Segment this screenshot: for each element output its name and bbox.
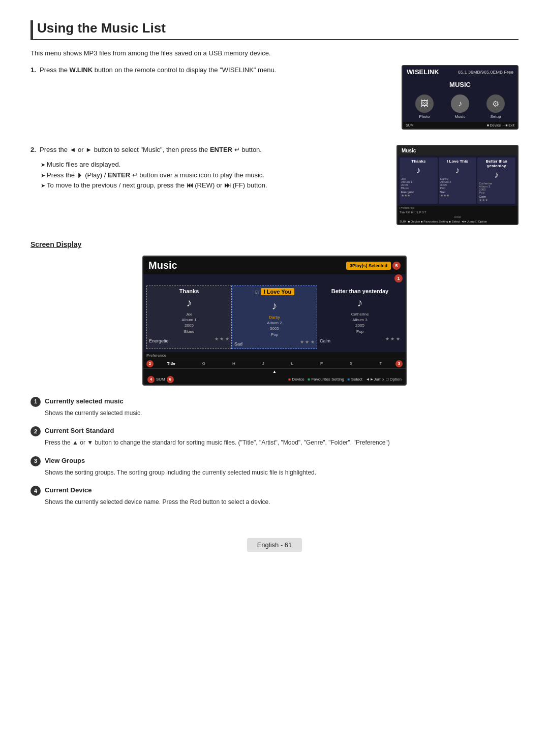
- md-col2-title: I Love You: [261, 288, 295, 295]
- md-alpha-p: P: [320, 361, 323, 366]
- ann-title-3: View Groups: [45, 455, 518, 466]
- wiselink-screenshot: WISELINK 65.1 36MB/965.0EMB Free MUSIC 🖼…: [402, 65, 518, 130]
- md-col2-note: ♪: [234, 299, 315, 312]
- md-play-selected-area: 3Play(s) Selected 5: [346, 262, 401, 270]
- col3-artist: CatherineAlbum 32005Pop: [479, 182, 514, 194]
- col3-title: Better than yesterday: [479, 159, 514, 168]
- md-col2-mood: Sad: [234, 341, 242, 346]
- music-display: Music 3Play(s) Selected 5 1 Thanks ♪ Jee…: [142, 256, 407, 386]
- step1-text: 1. Press the W.LINK button on the remote…: [30, 65, 386, 76]
- md-col3-title: Better than yesterday: [320, 288, 400, 294]
- ann-num-2: 2: [30, 426, 41, 436]
- ann-num-4: 4: [30, 486, 41, 496]
- md-col-thanks: Thanks ♪ Jee Album 1 2005 Blues Energeti…: [146, 286, 232, 349]
- ann-item-1: 1 Currently selected music Shows the cur…: [30, 396, 518, 418]
- md-col-better: Better than yesterday ♪ Catherine Album …: [317, 286, 403, 349]
- md-col2-stars: ★ ★ ★: [300, 339, 315, 346]
- artist-label-small: Artist: [398, 215, 517, 219]
- ann-desc-3: Shows the sorting groups. The sorting gr…: [45, 467, 518, 478]
- music-display-container: Music 3Play(s) Selected 5 1 Thanks ♪ Jee…: [30, 256, 518, 386]
- ann-content-2: Current Sort Standard Press the ▲ or ▼ b…: [45, 425, 518, 448]
- music-icon: ♪: [451, 94, 469, 113]
- md-badge4: 4: [147, 376, 155, 383]
- col3-stars: ★★★: [479, 198, 514, 202]
- ann-desc-4: Shows the currently selected device name…: [45, 497, 518, 507]
- ann-content-3: View Groups Shows the sorting groups. Th…: [45, 455, 518, 478]
- md-col1-bottom: Energetic ★ ★ ★: [149, 336, 229, 343]
- step2-text: 2. Press the ◄ or ► button to select "Mu…: [30, 145, 381, 191]
- md-alpha-t: T: [380, 361, 382, 366]
- wiselink-icons-row: 🖼 Photo ♪ Music ⚙ Setup: [403, 89, 517, 122]
- md-arrow-up: ▲: [143, 369, 406, 374]
- md-title: Music: [148, 260, 177, 271]
- wiselink-footer-left: SUM: [406, 123, 414, 127]
- md-col2-checkbox: ☑: [255, 290, 259, 295]
- ann-title-1: Currently selected music: [45, 396, 518, 407]
- setup-label: Setup: [491, 114, 501, 119]
- md-badge6: 6: [167, 376, 174, 383]
- md-alpha-items: Title G H J L P S T: [155, 361, 394, 366]
- md-col2-header-row: ☑ I Love You: [234, 288, 315, 297]
- wiselink-footer-right: ■ Device →■ Exit: [487, 123, 514, 127]
- md-badge1: 1: [394, 274, 403, 282]
- md-alpha-l: L: [291, 361, 293, 366]
- md-badge3: 3: [395, 360, 403, 367]
- md-col2-bottom: Sad ★ ★ ★: [234, 339, 315, 346]
- music-label: Music: [455, 114, 466, 119]
- col1-note: ♪: [401, 165, 436, 176]
- col2-artist: DarbyAlbum 23005Pop: [440, 177, 475, 190]
- md-header: Music 3Play(s) Selected 5: [143, 257, 406, 274]
- md-col1-artist: Jee: [149, 311, 229, 317]
- md-alpha-j: J: [262, 361, 264, 366]
- wiselink-icon-photo: 🖼 Photo: [415, 94, 434, 119]
- wiselink-icon-music: ♪ Music: [451, 94, 469, 119]
- md-col1-title: Thanks: [149, 288, 229, 294]
- ann-content-1: Currently selected music Shows the curre…: [45, 396, 518, 418]
- wiselink-icon-setup: ⚙ Setup: [486, 94, 505, 119]
- md-col2-artist: Darby: [234, 314, 315, 320]
- music-col-2: I Love This ♪ DarbyAlbum 23005Pop Sad ★★…: [439, 158, 477, 204]
- ann-num-1: 1: [30, 397, 41, 407]
- md-col1-stars: ★ ★ ★: [215, 336, 229, 343]
- md-alpha-s: S: [350, 361, 352, 366]
- page-footer: English - 61: [247, 538, 302, 552]
- ann-item-3: 3 View Groups Shows the sorting groups. …: [30, 455, 518, 478]
- screen-display-section: Screen Display Music 3Play(s) Selected 5…: [30, 240, 518, 386]
- md-col2-year: 3005: [234, 326, 315, 331]
- ann-num-3: 3: [30, 456, 41, 466]
- intro-text: This menu shows MP3 files from among the…: [30, 49, 518, 57]
- md-footer-controls: ■ Device ■ Favourites Setting ■ Select ◄…: [288, 377, 402, 382]
- md-badge2: 2: [146, 360, 154, 367]
- preference-label-small: Preference: [398, 206, 517, 210]
- footer-area: English - 61: [30, 523, 518, 552]
- md-col-iloveyou: ☑ I Love You ♪ Darby Album 2 3005 Pop Sa…: [232, 286, 317, 349]
- md-alphabet-row: 2 Title G H J L P S T 3: [143, 359, 406, 369]
- col2-stars: ★★★: [440, 194, 475, 198]
- col1-artist: JeeAlbum 12005Blues: [401, 177, 436, 190]
- photo-label: Photo: [419, 114, 430, 119]
- md-columns: Thanks ♪ Jee Album 1 2005 Blues Energeti…: [143, 282, 406, 352]
- wiselink-footer: SUM ■ Device →■ Exit: [403, 122, 517, 129]
- md-col1-mood: Energetic: [149, 338, 168, 343]
- badge1-row: 1: [143, 274, 406, 282]
- music-col-1: Thanks ♪ JeeAlbum 12005Blues Energetic ★…: [400, 158, 438, 204]
- annotations-section: 1 Currently selected music Shows the cur…: [30, 396, 518, 508]
- md-play-selected: 3Play(s) Selected: [346, 262, 391, 270]
- screen-display-heading: Screen Display: [30, 240, 518, 248]
- md-col3-note: ♪: [320, 296, 400, 309]
- music-tv-header: Music: [398, 146, 517, 155]
- ann-item-4: 4 Current Device Shows the currently sel…: [30, 485, 518, 507]
- md-col3-genre: Pop: [320, 329, 400, 334]
- md-col3-artist: Catherine: [320, 311, 400, 317]
- md-col3-stars: ★ ★ ★: [385, 336, 400, 343]
- col3-note: ♪: [479, 170, 514, 180]
- md-footer-left: 4 SUM 6: [147, 376, 174, 383]
- music-col-3: Better than yesterday ♪ CatherineAlbum 3…: [477, 158, 515, 204]
- md-col2-genre: Pop: [234, 332, 315, 337]
- md-alpha-g: G: [202, 361, 205, 366]
- md-col3-bottom: Calm ★ ★ ★: [320, 336, 400, 343]
- music-tv-columns: Thanks ♪ JeeAlbum 12005Blues Energetic ★…: [398, 155, 517, 206]
- md-alpha-title: Title: [167, 361, 175, 366]
- ann-title-2: Current Sort Standard: [45, 425, 518, 436]
- md-alpha-h: H: [232, 361, 235, 366]
